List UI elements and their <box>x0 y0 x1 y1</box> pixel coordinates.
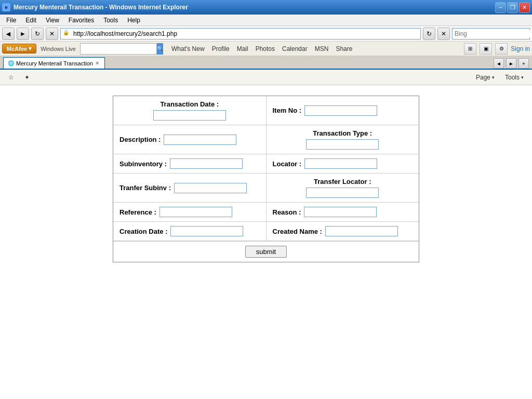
menu-tools[interactable]: Tools <box>99 16 122 25</box>
live-link-share[interactable]: Share <box>336 45 352 52</box>
address-input[interactable] <box>73 30 418 37</box>
locator-label: Locator : <box>273 160 302 168</box>
reason-cell: Reason : <box>267 203 419 221</box>
live-search-button[interactable]: 🔍 <box>156 43 163 55</box>
item-no-label: Item No : <box>273 107 302 114</box>
transfer-locator-cell: Transfer Locator : <box>267 174 419 202</box>
menu-file[interactable]: File <box>2 16 20 25</box>
live-link-msn[interactable]: MSN <box>315 45 329 52</box>
submit-row: submit <box>113 241 419 262</box>
subinventory-label: Subinventory : <box>119 160 167 168</box>
submit-button[interactable]: submit <box>245 246 287 258</box>
live-right: ⊞ ▣ ⚙ Sign in <box>464 43 530 55</box>
active-tab[interactable]: 🌐 Mercury Menterail Transaction ✕ <box>3 57 105 69</box>
transaction-date-label: Transaction Date : <box>160 100 219 108</box>
description-label: Description : <box>119 136 161 143</box>
tab-forward-btn[interactable]: ► <box>506 58 516 69</box>
title-bar: e Mercury Menterail Transaction - Window… <box>0 0 532 15</box>
page-dropdown-icon: ▾ <box>492 75 495 80</box>
ie-icon: e <box>2 3 10 11</box>
transfer-subinv-input[interactable] <box>174 183 247 193</box>
creation-date-input[interactable] <box>170 226 243 236</box>
tab-close-icon[interactable]: ✕ <box>95 60 99 66</box>
transfer-locator-input[interactable] <box>306 188 379 198</box>
live-icon-1[interactable]: ⊞ <box>464 43 476 55</box>
plus-star-icon: ✦ <box>24 74 30 81</box>
page-button[interactable]: Page ▾ <box>472 73 499 82</box>
description-input[interactable] <box>164 135 236 145</box>
locator-cell: Locator : <box>267 154 419 173</box>
tools-dropdown-icon: ▾ <box>521 75 524 80</box>
live-icon-3[interactable]: ⚙ <box>495 43 508 55</box>
reference-cell: Reference : <box>113 203 267 221</box>
transaction-date-cell: Transaction Date : <box>113 96 267 125</box>
menu-bar: File Edit View Favorites Tools Help <box>0 15 532 26</box>
transfer-subinv-label: Tranfer Subinv : <box>119 184 171 192</box>
window-controls[interactable]: − ❐ ✕ <box>495 2 530 13</box>
tab-bar: 🌐 Mercury Menterail Transaction ✕ ◄ ► + <box>0 56 532 70</box>
form-row-2: Description : Transaction Type : <box>113 125 419 154</box>
mcafee-button[interactable]: McAfee ▾ <box>2 44 36 54</box>
refresh-button[interactable]: ↻ <box>31 28 44 40</box>
menu-view[interactable]: View <box>42 16 63 25</box>
live-link-photos[interactable]: Photos <box>256 45 275 52</box>
created-name-cell: Created Name : <box>267 222 419 241</box>
refresh-go-button[interactable]: ↻ <box>423 28 435 40</box>
live-bar: McAfee ▾ Windows Live 🔍 What's New Profi… <box>0 42 532 56</box>
created-name-input[interactable] <box>325 226 398 236</box>
tab-new-btn[interactable]: + <box>518 58 529 69</box>
live-search-input[interactable] <box>81 46 156 52</box>
transaction-type-input[interactable] <box>306 139 379 150</box>
add-tab-button[interactable]: ✦ <box>20 73 34 82</box>
transfer-subinv-cell: Tranfer Subinv : <box>113 174 267 202</box>
form-row-1: Transaction Date : Item No : <box>113 96 419 125</box>
locator-input[interactable] <box>304 158 377 169</box>
add-favorites-button[interactable]: ☆ <box>4 73 18 82</box>
live-link-calendar[interactable]: Calendar <box>282 45 308 52</box>
item-no-cell: Item No : <box>267 96 419 125</box>
reference-input[interactable] <box>159 207 232 217</box>
window-title: Mercury Menterail Transaction - Windows … <box>14 4 188 11</box>
tools-button[interactable]: Tools ▾ <box>501 73 528 82</box>
menu-favorites[interactable]: Favorites <box>64 16 98 25</box>
form-row-3: Subinventory : Locator : <box>113 154 419 174</box>
menu-help[interactable]: Help <box>123 16 144 25</box>
subinventory-input[interactable] <box>170 158 243 169</box>
live-search-wrap: 🔍 <box>80 43 163 55</box>
live-link-whatsnew[interactable]: What's New <box>171 45 205 52</box>
tab-back-btn[interactable]: ◄ <box>494 58 504 69</box>
form-row-6: Creation Date : Created Name : <box>113 222 419 241</box>
tab-label: Mercury Menterail Transaction <box>16 60 93 66</box>
minimize-button[interactable]: − <box>495 2 506 13</box>
transaction-type-label: Transaction Type : <box>313 129 372 137</box>
tools-label: Tools <box>505 74 520 81</box>
stop-x-button[interactable]: ✕ <box>437 28 450 40</box>
mcafee-label: McAfee <box>7 46 27 52</box>
subinventory-cell: Subinventory : <box>113 154 267 173</box>
form-container: Transaction Date : Item No : Description… <box>113 96 419 262</box>
sign-in-link[interactable]: Sign in <box>511 45 530 52</box>
restore-button[interactable]: ❐ <box>507 2 518 13</box>
forward-button[interactable]: ► <box>17 28 29 40</box>
tab-icon: 🌐 <box>8 60 14 66</box>
mcafee-dropdown-icon: ▾ <box>29 45 32 52</box>
creation-date-cell: Creation Date : <box>113 222 267 241</box>
description-cell: Description : <box>113 125 267 154</box>
form-row-4: Tranfer Subinv : Transfer Locator : <box>113 174 419 203</box>
menu-edit[interactable]: Edit <box>21 16 41 25</box>
close-button[interactable]: ✕ <box>519 2 530 13</box>
transfer-locator-label: Transfer Locator : <box>314 178 371 185</box>
search-input[interactable] <box>453 30 532 37</box>
transaction-date-input[interactable] <box>153 110 226 121</box>
created-name-label: Created Name : <box>273 228 322 235</box>
live-links: What's New Profile Mail Photos Calendar … <box>171 45 352 52</box>
reason-input[interactable] <box>304 207 377 217</box>
form-row-5: Reference : Reason : <box>113 203 419 222</box>
reason-label: Reason : <box>273 208 301 216</box>
back-button[interactable]: ◄ <box>2 28 15 40</box>
live-link-mail[interactable]: Mail <box>237 45 248 52</box>
live-icon-2[interactable]: ▣ <box>480 43 492 55</box>
stop-button[interactable]: ✕ <box>46 28 58 40</box>
item-no-input[interactable] <box>304 105 377 116</box>
live-link-profile[interactable]: Profile <box>212 45 230 52</box>
